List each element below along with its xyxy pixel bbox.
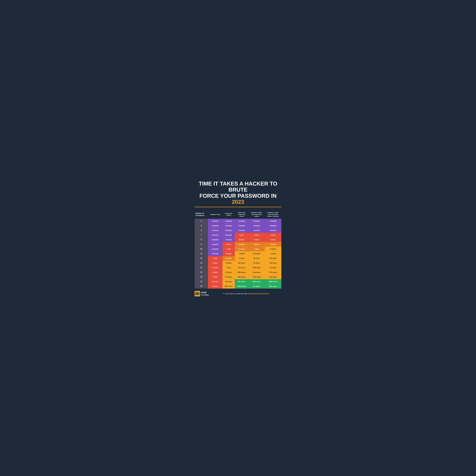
cell-chars-row4: 8 <box>195 237 208 242</box>
cell-upper_lower-row3: 1 sec <box>235 233 249 237</box>
logo: HIVE SYSTEMS <box>195 291 209 296</box>
cell-numbers-row11: 9 mins <box>208 270 222 275</box>
cell-nums_upper_lower-row9: 3k years <box>249 261 265 265</box>
cell-upper_lower-row7: 1 month <box>235 251 249 256</box>
footer-url[interactable]: hivesystems.io/password <box>250 293 269 294</box>
cell-nums_upper_lower-row0: Instantly <box>249 219 265 223</box>
cell-nums_upper_lower_sym-row3: 4 secs <box>265 233 281 237</box>
logo-hive: HIVE <box>201 291 209 294</box>
cell-lower-row7: 32 mins <box>222 251 235 256</box>
cell-nums_upper_lower_sym-row6: 2 weeks <box>265 247 281 251</box>
title-line1: TIME IT TAKES A HACKER TO BRUTE <box>199 181 277 193</box>
hive-logo-icon <box>195 291 200 296</box>
table-row: 135 secs2 weeks332 years3k years15k year… <box>195 261 281 265</box>
cell-chars-row10: 14 <box>195 265 208 270</box>
footer-arrow: ➤ <box>223 293 225 294</box>
svg-rect-3 <box>195 293 198 294</box>
cell-nums_upper_lower-row4: 2 mins <box>249 237 265 242</box>
cell-nums_upper_lower_sym-row12: 5bn years <box>265 275 281 279</box>
table-row: 121 sec14 hours6 years53 years226 years <box>195 256 281 261</box>
cell-upper_lower-row12: 46m years <box>235 275 249 279</box>
title-line2: FORCE YOUR PASSWORD IN <box>199 193 276 199</box>
cell-nums_upper_lower_sym-row9: 15k years <box>265 261 281 265</box>
cell-lower-row9: 2 weeks <box>222 261 235 265</box>
cell-nums_upper_lower_sym-row1: Instantly <box>265 223 281 228</box>
cell-nums_upper_lower_sym-row14: 26tn years <box>265 284 281 289</box>
cell-nums_upper_lower_sym-row8: 226 years <box>265 256 281 261</box>
cell-chars-row0: 4 <box>195 219 208 223</box>
table-row: 10Instantly1 min21 hours5 days2 weeks <box>195 247 281 251</box>
cell-lower-row6: 1 min <box>222 247 235 251</box>
main-container: TIME IT TAKES A HACKER TO BRUTE FORCE YO… <box>190 176 286 299</box>
cell-chars-row9: 13 <box>195 261 208 265</box>
cell-upper_lower-row0: Instantly <box>235 219 249 223</box>
cell-chars-row1: 5 <box>195 223 208 228</box>
cell-numbers-row4: Instantly <box>208 237 222 242</box>
table-row: 5InstantlyInstantlyInstantlyInstantlyIns… <box>195 223 281 228</box>
cell-numbers-row5: Instantly <box>208 242 222 247</box>
cell-numbers-row0: Instantly <box>208 219 222 223</box>
table-body: 4InstantlyInstantlyInstantlyInstantlyIns… <box>195 219 281 289</box>
table-row: 161 hour713 years46m years779m years5bn … <box>195 275 281 279</box>
cell-lower-row8: 14 hours <box>222 256 235 261</box>
cell-numbers-row3: Instantly <box>208 233 222 237</box>
cell-upper_lower-row13: 2bn years <box>235 279 249 284</box>
title-year: 2023 <box>232 199 244 205</box>
title-divider <box>195 207 281 207</box>
svg-rect-4 <box>198 292 199 295</box>
cell-upper_lower-row2: Instantly <box>235 228 249 233</box>
cell-lower-row11: 27 years <box>222 270 235 275</box>
cell-nums_upper_lower_sym-row2: Instantly <box>265 228 281 233</box>
cell-lower-row14: 481k years <box>222 284 235 289</box>
col-header-nums_upper_lower: Numbers, Upperand LowercaseLetters <box>249 210 265 219</box>
cell-upper_lower-row4: 28 secs <box>235 237 249 242</box>
cell-numbers-row1: Instantly <box>208 223 222 228</box>
col-header-upper_lower: Upper andLowercaseLetters <box>235 210 249 219</box>
cell-nums_upper_lower-row10: 202k years <box>249 265 265 270</box>
cell-numbers-row7: Instantly <box>208 251 222 256</box>
table-row: 9Instantly3 secs24 mins2 hours6 hours <box>195 242 281 247</box>
cell-nums_upper_lower-row1: Instantly <box>249 223 265 228</box>
cell-numbers-row14: 6 days <box>208 284 222 289</box>
cell-numbers-row13: 14 hours <box>208 279 222 284</box>
cell-lower-row2: Instantly <box>222 228 235 233</box>
cell-nums_upper_lower-row3: 2 secs <box>249 233 265 237</box>
cell-nums_upper_lower_sym-row5: 6 hours <box>265 242 281 247</box>
cell-chars-row12: 16 <box>195 275 208 279</box>
table-header-row: Number ofCharactersNumbers OnlyLowercase… <box>195 210 281 219</box>
cell-lower-row0: Instantly <box>222 219 235 223</box>
cell-upper_lower-row6: 21 hours <box>235 247 249 251</box>
cell-nums_upper_lower-row8: 53 years <box>249 256 265 261</box>
col-header-numbers: Numbers Only <box>208 210 222 219</box>
table-row: 11Instantly32 mins1 month10 months3 year… <box>195 251 281 256</box>
footer-link[interactable]: ➤ Learn how we made this table at hivesy… <box>211 293 281 295</box>
footer: HIVE SYSTEMS ➤ Learn how we made this ta… <box>195 291 281 296</box>
logo-text: HIVE SYSTEMS <box>201 291 209 296</box>
table-row: 6InstantlyInstantlyInstantlyInstantlyIns… <box>195 228 281 233</box>
cell-nums_upper_lower-row7: 10 months <box>249 251 265 256</box>
cell-nums_upper_lower-row12: 779m years <box>249 275 265 279</box>
table-row: 186 days481k years126bn years2tn years26… <box>195 284 281 289</box>
cell-chars-row7: 11 <box>195 251 208 256</box>
cell-nums_upper_lower-row5: 2 hours <box>249 242 265 247</box>
cell-lower-row1: Instantly <box>222 223 235 228</box>
cell-upper_lower-row5: 24 mins <box>235 242 249 247</box>
password-table: Number ofCharactersNumbers OnlyLowercase… <box>195 210 281 289</box>
cell-numbers-row12: 1 hour <box>208 275 222 279</box>
col-header-lower: LowercaseLetters <box>222 210 235 219</box>
table-row: 1452 secs1 year17k years202k years1m yea… <box>195 265 281 270</box>
footer-link-prefix: Learn how we made this table at <box>225 293 250 294</box>
cell-chars-row11: 15 <box>195 270 208 275</box>
table-row: 8InstantlyInstantly28 secs2 mins5 mins <box>195 237 281 242</box>
cell-numbers-row10: 52 secs <box>208 265 222 270</box>
cell-chars-row2: 6 <box>195 228 208 233</box>
table-row: 4InstantlyInstantlyInstantlyInstantlyIns… <box>195 219 281 223</box>
cell-chars-row14: 18 <box>195 284 208 289</box>
page-title: TIME IT TAKES A HACKER TO BRUTE FORCE YO… <box>195 181 281 205</box>
cell-nums_upper_lower-row11: 12m years <box>249 270 265 275</box>
cell-lower-row3: Instantly <box>222 233 235 237</box>
cell-upper_lower-row10: 17k years <box>235 265 249 270</box>
cell-nums_upper_lower_sym-row7: 3 years <box>265 251 281 256</box>
cell-nums_upper_lower_sym-row10: 1m years <box>265 265 281 270</box>
cell-nums_upper_lower_sym-row13: 380bn years <box>265 279 281 284</box>
